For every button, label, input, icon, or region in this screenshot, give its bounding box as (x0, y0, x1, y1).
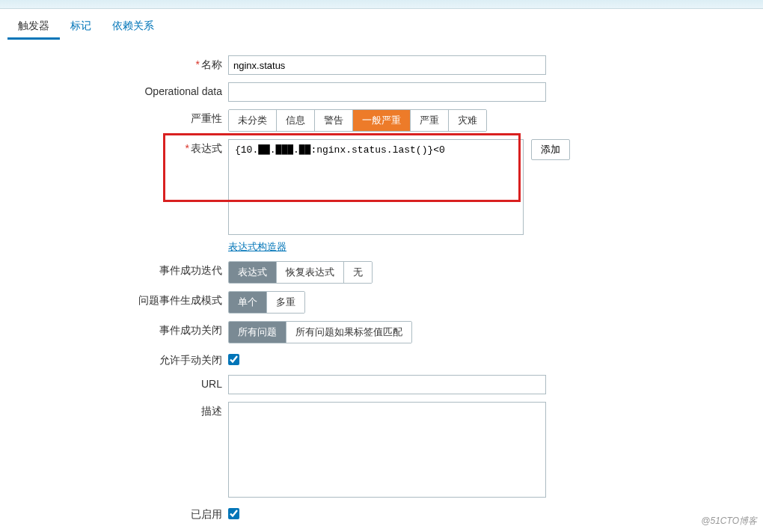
ok-event-none[interactable]: 无 (344, 262, 372, 283)
ok-close-group: 所有问题 所有问题如果标签值匹配 (228, 321, 412, 343)
problem-mode-multiple[interactable]: 多重 (267, 292, 304, 313)
tab-dependencies[interactable]: 依赖关系 (102, 15, 165, 40)
label-enabled: 已启用 (0, 505, 228, 522)
description-input[interactable] (228, 402, 546, 498)
ok-event-expression[interactable]: 表达式 (229, 262, 277, 283)
expression-input[interactable] (228, 139, 524, 235)
label-description: 描述 (0, 402, 228, 418)
url-input[interactable] (228, 375, 546, 394)
name-input[interactable] (228, 55, 546, 75)
label-expression: *表达式 (0, 139, 228, 156)
severity-high[interactable]: 严重 (411, 110, 449, 131)
label-url: URL (0, 375, 228, 390)
problem-mode-group: 单个 多重 (228, 291, 305, 314)
problem-mode-single[interactable]: 单个 (229, 292, 267, 313)
ok-close-all[interactable]: 所有问题 (229, 322, 286, 343)
tab-trigger[interactable]: 触发器 (7, 15, 60, 40)
watermark: @51CTO博客 (701, 515, 757, 528)
top-bar (0, 0, 763, 9)
label-ok-event: 事件成功迭代 (0, 261, 228, 278)
tab-bar: 触发器 标记 依赖关系 (0, 9, 763, 40)
label-severity: 严重性 (0, 109, 228, 126)
tab-tags[interactable]: 标记 (60, 15, 102, 40)
label-ok-close: 事件成功关闭 (0, 321, 228, 337)
trigger-form: *名称 Operational data 严重性 未分类 信息 警告 一般严重 … (0, 40, 763, 532)
severity-group: 未分类 信息 警告 一般严重 严重 灾难 (228, 109, 487, 132)
severity-disaster[interactable]: 灾难 (449, 110, 486, 131)
severity-unclassified[interactable]: 未分类 (229, 110, 277, 131)
label-problem-mode: 问题事件生成模式 (0, 291, 228, 308)
severity-info[interactable]: 信息 (277, 110, 315, 131)
label-name: *名称 (0, 55, 228, 72)
enabled-checkbox[interactable] (228, 508, 239, 519)
ok-event-recovery[interactable]: 恢复表达式 (277, 262, 344, 283)
add-button[interactable]: 添加 (531, 139, 570, 160)
label-opdata: Operational data (0, 82, 228, 97)
label-manual-close: 允许手动关闭 (0, 351, 228, 367)
ok-close-tagmatch[interactable]: 所有问题如果标签值匹配 (286, 322, 411, 343)
severity-average[interactable]: 一般严重 (353, 110, 411, 131)
ok-event-group: 表达式 恢复表达式 无 (228, 261, 373, 284)
severity-warning[interactable]: 警告 (315, 110, 353, 131)
expression-builder-link[interactable]: 表达式构造器 (228, 240, 286, 254)
action-bar: 更新 克隆 删除 取消 (228, 529, 763, 532)
opdata-input[interactable] (228, 82, 546, 102)
manual-close-checkbox[interactable] (228, 354, 239, 365)
